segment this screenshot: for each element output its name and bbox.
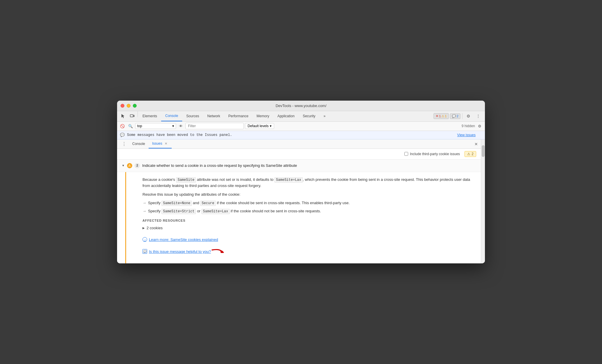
feedback-icon: 💬 — [142, 249, 147, 254]
devtools-nav: Elements Console Sources Network Perform… — [117, 111, 485, 122]
tab-security[interactable]: Security — [299, 111, 319, 121]
tab-panel-issues[interactable]: Issues ✕ — [149, 139, 172, 148]
issue-bullet-2: → Specify SameSite=Strict or SameSite=La… — [142, 208, 474, 214]
close-button[interactable] — [121, 104, 124, 108]
settings-icon-btn[interactable]: ⚙ — [464, 114, 473, 118]
tab-performance[interactable]: Performance — [224, 111, 253, 121]
main-scrollbar[interactable] — [481, 139, 485, 264]
hidden-count: 9 hidden — [462, 124, 475, 128]
filter-icon-btn[interactable]: 🔍 — [127, 123, 134, 130]
panel-tabs: ⋮ Console Issues ✕ ✕ — [117, 139, 481, 149]
maximize-button[interactable] — [133, 104, 137, 108]
error-badge-group[interactable]: ✕ 1 ⚠ 1 — [434, 113, 449, 119]
nav-divider — [138, 111, 138, 117]
info-bar-icon: 💬 — [120, 133, 125, 137]
svg-rect-0 — [130, 115, 133, 117]
info-bar: 💬 Some messages have been moved to the I… — [117, 131, 485, 139]
tab-elements[interactable]: Elements — [138, 111, 161, 121]
info-count: 2 — [457, 114, 458, 118]
affected-cookies-item[interactable]: ▶ 2 cookies — [142, 225, 474, 231]
main-area: ⋮ Console Issues ✕ ✕ Include third-party… — [117, 139, 485, 264]
console-toolbar: 🚫 🔍 top ▾ 👁 Default levels ▾ 9 hidden ⚙ — [117, 122, 485, 131]
tab-network[interactable]: Network — [203, 111, 224, 121]
affected-item-text: 2 cookies — [147, 226, 163, 230]
panel-tab-menu[interactable]: ⋮ — [119, 139, 129, 148]
feedback-link[interactable]: 💬 Is this issue message helpful to you? — [142, 249, 211, 254]
learn-more-icon: → — [142, 237, 147, 242]
context-dropdown-icon: ▾ — [172, 124, 174, 128]
issue-body: Because a cookie's SameSite attribute wa… — [125, 172, 481, 264]
feedback-text: Is this issue message helpful to you? — [149, 249, 211, 254]
include-checkbox-label: Include third-party cookie issues — [410, 152, 460, 156]
cursor-icon-btn[interactable] — [118, 111, 128, 121]
svg-rect-1 — [133, 115, 134, 117]
issue-bullet-1: → Specify SameSite=None and Secure if th… — [142, 200, 474, 206]
learn-more-row: → Learn more: SameSite cookies explained — [142, 237, 474, 242]
red-arrow-annotation — [211, 247, 228, 262]
tab-sources[interactable]: Sources — [182, 111, 203, 121]
info-bar-text: Some messages have been moved to the Iss… — [127, 133, 232, 137]
levels-selector[interactable]: Default levels ▾ — [245, 123, 274, 129]
eye-icon-btn[interactable]: 👁 — [177, 123, 184, 130]
traffic-lights — [121, 104, 137, 108]
window-title: DevTools - www.youtube.com/ — [276, 104, 326, 108]
view-issues-link[interactable]: View issues — [457, 133, 476, 137]
nav-right: ✕ 1 ⚠ 1 💬 2 ⚙ ⋮ — [431, 111, 485, 121]
context-selector[interactable]: top ▾ — [135, 123, 176, 129]
issue-links: → Learn more: SameSite cookies explained… — [142, 237, 474, 259]
panel-close-btn[interactable]: ✕ — [471, 139, 481, 149]
title-bar: DevTools - www.youtube.com/ — [117, 101, 485, 111]
issue-header[interactable]: ▼ ⚠ 2 Indicate whether to send a cookie … — [117, 160, 481, 172]
filter-input[interactable] — [185, 123, 244, 129]
bullet-arrow-1: → — [142, 200, 146, 206]
issue-bullets: → Specify SameSite=None and Secure if th… — [142, 200, 474, 214]
tab-application[interactable]: Application — [273, 111, 299, 121]
affected-resources-header: AFFECTED RESOURCES — [142, 219, 474, 222]
warning-icon: ⚠ — [467, 152, 470, 156]
issues-header: Include third-party cookie issues ⚠ 2 — [117, 149, 481, 160]
warn-count: 1 — [445, 114, 447, 118]
issues-tab-close[interactable]: ✕ — [164, 141, 168, 146]
learn-more-link[interactable]: → Learn more: SameSite cookies explained — [142, 237, 218, 242]
include-checkbox-area: Include third-party cookie issues — [404, 152, 460, 156]
device-icon-btn[interactable] — [128, 111, 137, 121]
levels-label: Default levels — [248, 124, 269, 128]
tab-more[interactable]: » — [319, 111, 330, 121]
error-count: 1 — [439, 114, 441, 118]
info-badge-group[interactable]: 💬 2 — [450, 113, 460, 119]
devtools-window: DevTools - www.youtube.com/ Elements Con… — [117, 101, 485, 264]
learn-more-text: Learn more: SameSite cookies explained — [149, 237, 218, 242]
more-icon-btn[interactable]: ⋮ — [474, 114, 483, 118]
nav-right-divider — [462, 113, 462, 119]
issue-title: Indicate whether to send a cookie in a c… — [142, 163, 297, 168]
issue-count-badge: 2 — [135, 163, 140, 168]
clear-console-btn[interactable]: 🚫 — [119, 123, 126, 130]
warning-count-badge: ⚠ 2 — [464, 151, 476, 157]
issue-warn-icon: ⚠ — [127, 163, 132, 168]
context-value: top — [137, 124, 142, 128]
feedback-row: 💬 Is this issue message helpful to you? — [142, 244, 474, 259]
issue-chevron-icon: ▼ — [122, 164, 125, 167]
warning-count: 2 — [471, 152, 474, 156]
tab-panel-console[interactable]: Console — [129, 139, 149, 148]
scrollbar-thumb[interactable] — [482, 145, 485, 157]
minimize-button[interactable] — [127, 104, 131, 108]
levels-dropdown-icon: ▾ — [270, 124, 272, 128]
main-content: ⋮ Console Issues ✕ ✕ Include third-party… — [117, 139, 481, 264]
issue-description: Because a cookie's SameSite attribute wa… — [142, 177, 474, 189]
tab-memory[interactable]: Memory — [253, 111, 273, 121]
issue-container: ▼ ⚠ 2 Indicate whether to send a cookie … — [117, 160, 481, 264]
bullet-arrow-2: → — [142, 208, 146, 214]
affected-chevron-icon: ▶ — [142, 226, 145, 230]
settings-console-btn[interactable]: ⚙ — [476, 123, 483, 130]
include-third-party-checkbox[interactable] — [404, 152, 408, 156]
issue-resolve-text: Resolve this issue by updating the attri… — [142, 192, 474, 197]
tab-console[interactable]: Console — [161, 111, 182, 121]
